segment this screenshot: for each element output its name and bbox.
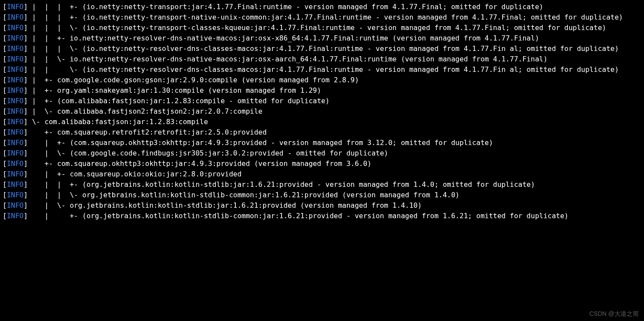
- log-line: [INFO] | | | +- (io.netty:netty-transpor…: [3, 13, 623, 21]
- log-level: INFO: [7, 139, 24, 147]
- log-line: [INFO] | \- com.alibaba.fastjson2:fastjs…: [3, 107, 262, 115]
- log-body: | | | \- (io.netty:netty-transport-class…: [28, 24, 606, 32]
- bracket-close: ]: [23, 159, 28, 168]
- log-level: INFO: [7, 76, 24, 84]
- log-level: INFO: [7, 128, 24, 136]
- log-body: | | | +- (io.netty:netty-transport:jar:4…: [28, 3, 543, 11]
- bracket-close: ]: [23, 65, 28, 74]
- bracket-open: [: [3, 139, 7, 147]
- log-line: [INFO] | \- (com.google.code.findbugs:js…: [3, 149, 388, 157]
- log-level: INFO: [7, 24, 24, 32]
- bracket-open: [: [3, 86, 7, 95]
- log-level: INFO: [7, 149, 24, 157]
- bracket-close: ]: [23, 86, 28, 95]
- bracket-close: ]: [23, 76, 28, 84]
- log-body: | \- com.alibaba.fastjson2:fastjson2:jar…: [28, 107, 262, 115]
- log-line: [INFO] | | | \- (io.netty:netty-transpor…: [3, 24, 606, 32]
- log-level: INFO: [7, 170, 24, 178]
- log-level: INFO: [7, 13, 24, 21]
- bracket-open: [: [3, 170, 7, 178]
- log-body: | | +- io.netty:netty-resolver-dns-nativ…: [28, 34, 539, 42]
- log-level: INFO: [7, 3, 24, 11]
- bracket-open: [: [3, 34, 7, 42]
- bracket-close: ]: [23, 44, 28, 53]
- bracket-close: ]: [23, 118, 28, 126]
- log-level: INFO: [7, 107, 24, 115]
- bracket-close: ]: [23, 55, 28, 63]
- log-level: INFO: [7, 118, 24, 126]
- log-line: [INFO] +- com.squareup.retrofit2:retrofi…: [3, 128, 267, 136]
- bracket-close: ]: [23, 149, 28, 157]
- log-line: [INFO] | +- org.yaml:snakeyaml:jar:1.30:…: [3, 86, 321, 95]
- bracket-close: ]: [23, 97, 28, 105]
- log-line: [INFO] | +- com.google.code.gson:gson:ja…: [3, 76, 359, 84]
- bracket-open: [: [3, 65, 7, 74]
- bracket-close: ]: [23, 24, 28, 32]
- bracket-open: [: [3, 128, 7, 136]
- bracket-close: ]: [23, 3, 28, 11]
- log-line: [INFO] | | \- io.netty:netty-resolver-dn…: [3, 55, 547, 63]
- log-line: [INFO] \- com.alibaba:fastjson:jar:1.2.8…: [3, 118, 208, 126]
- bracket-close: ]: [23, 212, 28, 220]
- log-level: INFO: [7, 212, 24, 220]
- bracket-open: [: [3, 149, 7, 157]
- bracket-open: [: [3, 55, 7, 63]
- log-level: INFO: [7, 34, 24, 42]
- log-body: | \- org.jetbrains.kotlin:kotlin-stdlib:…: [28, 201, 422, 209]
- log-body: | +- com.squareup.okio:okio:jar:2.8.0:pr…: [28, 170, 242, 178]
- bracket-open: [: [3, 3, 7, 11]
- log-body: | +- (com.squareup.okhttp3:okhttp:jar:4.…: [28, 139, 493, 147]
- log-body: | | \- io.netty:netty-resolver-dns-nativ…: [28, 55, 547, 63]
- log-body: +- com.squareup.retrofit2:retrofit:jar:2…: [28, 128, 267, 136]
- log-line: [INFO] | +- com.squareup.okio:okio:jar:2…: [3, 170, 242, 178]
- bracket-close: ]: [23, 201, 28, 209]
- log-body: \- com.alibaba:fastjson:jar:1.2.83:compi…: [28, 118, 208, 126]
- bracket-close: ]: [23, 107, 28, 115]
- log-line: [INFO] | | +- io.netty:netty-resolver-dn…: [3, 34, 539, 42]
- log-line: [INFO] | | | +- (io.netty:netty-transpor…: [3, 3, 543, 11]
- log-level: INFO: [7, 180, 24, 189]
- log-line: [INFO] | +- (com.squareup.okhttp3:okhttp…: [3, 139, 493, 147]
- log-line: [INFO] | | | \- (io.netty:netty-resolver…: [3, 44, 619, 53]
- log-line: [INFO] | | +- (org.jetbrains.kotlin:kotl…: [3, 180, 535, 189]
- bracket-close: ]: [23, 139, 28, 147]
- bracket-close: ]: [23, 180, 28, 189]
- bracket-open: [: [3, 180, 7, 189]
- bracket-open: [: [3, 201, 7, 209]
- log-level: INFO: [7, 191, 24, 199]
- bracket-open: [: [3, 24, 7, 32]
- bracket-open: [: [3, 118, 7, 126]
- log-line: [INFO] | +- (com.alibaba:fastjson:jar:1.…: [3, 97, 329, 105]
- log-level: INFO: [7, 65, 24, 74]
- bracket-open: [: [3, 13, 7, 21]
- bracket-close: ]: [23, 128, 28, 136]
- bracket-close: ]: [23, 170, 28, 178]
- bracket-open: [: [3, 107, 7, 115]
- log-body: | | +- (org.jetbrains.kotlin:kotlin-stdl…: [28, 180, 535, 189]
- log-body: | | | \- (io.netty:netty-resolver-dns-cl…: [28, 44, 619, 53]
- bracket-close: ]: [23, 191, 28, 199]
- log-body: | \- (com.google.code.findbugs:jsr305:ja…: [28, 149, 388, 157]
- bracket-open: [: [3, 44, 7, 53]
- log-level: INFO: [7, 86, 24, 95]
- log-body: | +- com.google.code.gson:gson:jar:2.9.0…: [28, 76, 359, 84]
- bracket-open: [: [3, 212, 7, 220]
- log-line: [INFO] | +- (org.jetbrains.kotlin:kotlin…: [3, 212, 568, 220]
- log-body: +- com.squareup.okhttp3:okhttp:jar:4.9.3…: [28, 159, 372, 168]
- bracket-close: ]: [23, 34, 28, 42]
- log-body: | +- org.yaml:snakeyaml:jar:1.30:compile…: [28, 86, 321, 95]
- log-level: INFO: [7, 97, 24, 105]
- log-level: INFO: [7, 159, 24, 168]
- log-line: [INFO] | \- org.jetbrains.kotlin:kotlin-…: [3, 201, 422, 209]
- log-line: [INFO] +- com.squareup.okhttp3:okhttp:ja…: [3, 159, 372, 168]
- log-body: | +- (com.alibaba:fastjson:jar:1.2.83:co…: [28, 97, 330, 105]
- log-body: | | | +- (io.netty:netty-transport-nativ…: [28, 13, 623, 21]
- log-level: INFO: [7, 201, 24, 209]
- watermark-text: CSDN @大道之简: [589, 309, 639, 318]
- bracket-open: [: [3, 159, 7, 168]
- bracket-close: ]: [23, 13, 28, 21]
- log-line: [INFO] | | \- (io.netty:netty-resolver-d…: [3, 65, 619, 74]
- bracket-open: [: [3, 97, 7, 105]
- log-body: | | \- org.jetbrains.kotlin:kotlin-stdli…: [28, 191, 460, 199]
- terminal-output[interactable]: [INFO] | | | +- (io.netty:netty-transpor…: [0, 0, 644, 223]
